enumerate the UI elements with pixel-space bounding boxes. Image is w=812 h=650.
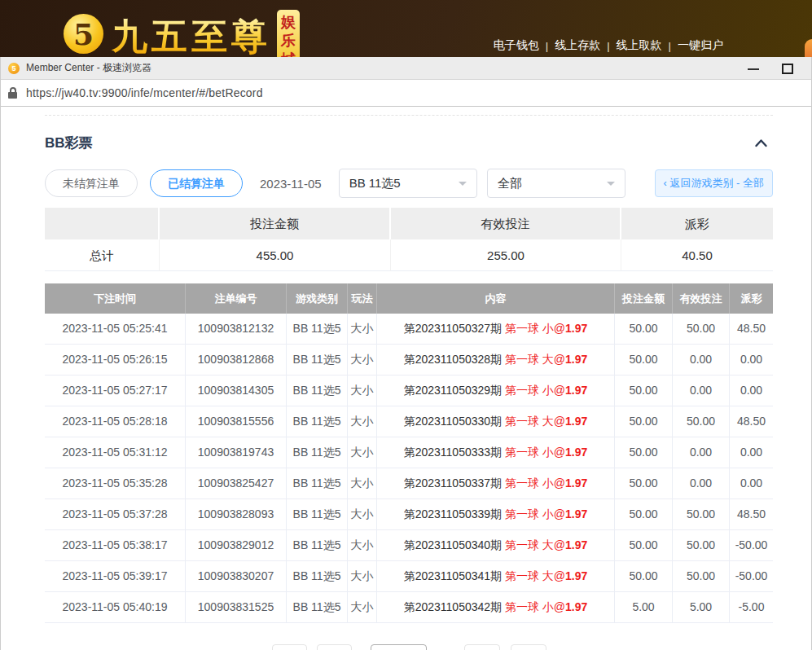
category-select[interactable]: 全部 [487, 169, 625, 198]
cell-valid-amount: 0.00 [673, 468, 730, 499]
header-content: 内容 [377, 283, 615, 314]
pagination-button[interactable] [272, 644, 307, 650]
brand-logo-number: 5 [73, 17, 94, 51]
summary-valid-total: 255.00 [391, 239, 621, 271]
cell-game-type: BB 11选5 [287, 437, 348, 468]
cell-play-type: 大小 [348, 376, 377, 406]
cell-valid-amount: 0.00 [673, 376, 730, 406]
cell-valid-amount: 0.00 [673, 437, 730, 468]
cell-payout: 48.50 [730, 406, 773, 437]
cell-bet-id: 100903831525 [186, 592, 287, 623]
cell-bet-id: 100903830207 [186, 561, 287, 592]
bet-record-page: BB彩票 未结算注单 已结算注单 2023-11-05 BB 11选5 全部 ‹… [1, 115, 811, 650]
cell-game-type: BB 11选5 [287, 376, 348, 406]
brand-badge: 娱 乐 城 [277, 10, 300, 57]
game-type-select[interactable]: BB 11选5 [339, 169, 477, 198]
cell-game-type: BB 11选5 [287, 314, 348, 345]
nav-separator: | [607, 40, 609, 52]
cell-bet-time: 2023-11-05 05:39:17 [45, 561, 186, 592]
browser-favicon-icon: 5 [8, 63, 20, 74]
game-type-select-value: BB 11选5 [349, 176, 401, 191]
cell-game-type: BB 11选5 [287, 468, 348, 499]
pagination-button[interactable] [511, 644, 546, 650]
table-row: 2023-11-05 05:39:17 100903830207 BB 11选5… [45, 561, 773, 592]
nav-link-transfer[interactable]: 一键归户 [678, 38, 723, 53]
cell-content: 第202311050327期 第一球 小@1.97 [377, 314, 615, 345]
header-game-type: 游戏类别 [287, 283, 348, 314]
header-nav: 电子钱包 | 线上存款 | 线上取款 | 一键归户 [494, 38, 723, 53]
cell-play-type: 大小 [348, 499, 377, 530]
url-text[interactable]: https://jw40.tv:9900/infe/mcenter/#/betR… [26, 86, 263, 99]
cell-bet-time: 2023-11-05 05:38:17 [45, 530, 186, 561]
cell-content: 第202311050342期 第一球 小@1.97 [377, 592, 615, 623]
cell-bet-time: 2023-11-05 05:40:19 [45, 592, 186, 623]
cell-valid-amount: 50.00 [673, 314, 730, 345]
minimize-button[interactable] [748, 68, 759, 70]
cell-content: 第202311050337期 第一球 小@1.97 [377, 468, 615, 499]
pagination-button[interactable] [371, 644, 427, 650]
address-bar[interactable]: https://jw40.tv:9900/infe/mcenter/#/betR… [1, 80, 811, 107]
floating-side-tab[interactable] [805, 39, 812, 57]
cell-game-type: BB 11选5 [287, 530, 348, 561]
cell-bet-id: 100903814305 [186, 376, 287, 406]
cell-valid-amount: 50.00 [673, 499, 730, 530]
cell-play-type: 大小 [348, 314, 377, 345]
summary-header-row: 投注金额 有效投注 派彩 [45, 208, 773, 239]
cell-bet-id: 100903828093 [186, 499, 287, 530]
badge-char: 娱 [281, 13, 296, 32]
header-bet-id: 注单编号 [186, 283, 287, 314]
collapse-chevron-up-icon[interactable] [754, 138, 768, 147]
nav-separator: | [546, 40, 548, 52]
maximize-button[interactable] [782, 64, 793, 74]
cell-payout: 48.50 [730, 499, 773, 530]
table-row: 2023-11-05 05:27:17 100903814305 BB 11选5… [45, 376, 773, 406]
cell-bet-id: 100903815556 [186, 406, 287, 437]
cell-bet-id: 100903829012 [186, 530, 287, 561]
back-to-game-category-button[interactable]: ‹ 返回游戏类别 - 全部 [655, 169, 774, 197]
cell-play-type: 大小 [348, 468, 377, 499]
cell-payout: 0.00 [730, 376, 773, 406]
cell-content: 第202311050333期 第一球 小@1.97 [377, 437, 615, 468]
cell-bet-id: 100903825427 [186, 468, 287, 499]
date-display: 2023-11-05 [260, 177, 322, 191]
badge-char: 乐 [281, 32, 296, 51]
section-title: BB彩票 [45, 134, 93, 152]
cell-bet-id: 100903812132 [186, 314, 287, 345]
cell-bet-time: 2023-11-05 05:26:15 [45, 345, 186, 376]
nav-link-withdraw[interactable]: 线上取款 [617, 38, 662, 53]
site-header: 5 九五至尊 娱 乐 城 电子钱包 | 线上存款 | 线上取款 | 一键归户 [0, 0, 812, 57]
header-valid-amount: 有效投注 [673, 283, 730, 314]
nav-link-ewallet[interactable]: 电子钱包 [494, 38, 539, 53]
cell-payout: 0.00 [730, 345, 773, 376]
filter-toolbar: 未结算注单 已结算注单 2023-11-05 BB 11选5 全部 ‹ 返回游戏… [45, 169, 773, 198]
dashed-divider [45, 115, 773, 116]
cell-game-type: BB 11选5 [287, 592, 348, 623]
cell-game-type: BB 11选5 [287, 561, 348, 592]
cell-bet-id: 100903819743 [186, 437, 287, 468]
summary-bet-total: 455.00 [160, 239, 391, 271]
header-bet-time: 下注时间 [45, 283, 186, 314]
badge-char: 城 [281, 51, 296, 57]
cell-bet-time: 2023-11-05 05:31:12 [45, 437, 186, 468]
settled-bets-button[interactable]: 已结算注单 [150, 169, 243, 197]
cell-valid-amount: 0.00 [673, 345, 730, 376]
window-titlebar: 5 Member Center - 极速浏览器 [1, 57, 811, 80]
bet-record-table: 下注时间 注单编号 游戏类别 玩法 内容 投注金额 有效投注 派彩 2023-1… [45, 283, 773, 623]
cell-bet-amount: 50.00 [615, 376, 673, 406]
cell-bet-time: 2023-11-05 05:35:28 [45, 468, 186, 499]
pagination-button[interactable] [464, 644, 500, 650]
cell-bet-time: 2023-11-05 05:25:41 [45, 314, 186, 345]
unsettled-bets-button[interactable]: 未结算注单 [45, 169, 138, 197]
pagination-button[interactable] [317, 644, 352, 650]
cell-valid-amount: 50.00 [673, 406, 730, 437]
browser-window: 5 Member Center - 极速浏览器 https://jw40.tv:… [0, 57, 812, 650]
header-play-type: 玩法 [348, 283, 377, 314]
summary-header-empty [45, 208, 160, 239]
cell-payout: -50.00 [730, 530, 773, 561]
cell-bet-time: 2023-11-05 05:27:17 [45, 376, 186, 406]
cell-bet-amount: 50.00 [615, 499, 673, 530]
cell-play-type: 大小 [348, 406, 377, 437]
cell-valid-amount: 5.00 [673, 592, 730, 623]
nav-link-deposit[interactable]: 线上存款 [555, 38, 600, 53]
cell-content: 第202311050328期 第一球 大@1.97 [377, 345, 615, 376]
